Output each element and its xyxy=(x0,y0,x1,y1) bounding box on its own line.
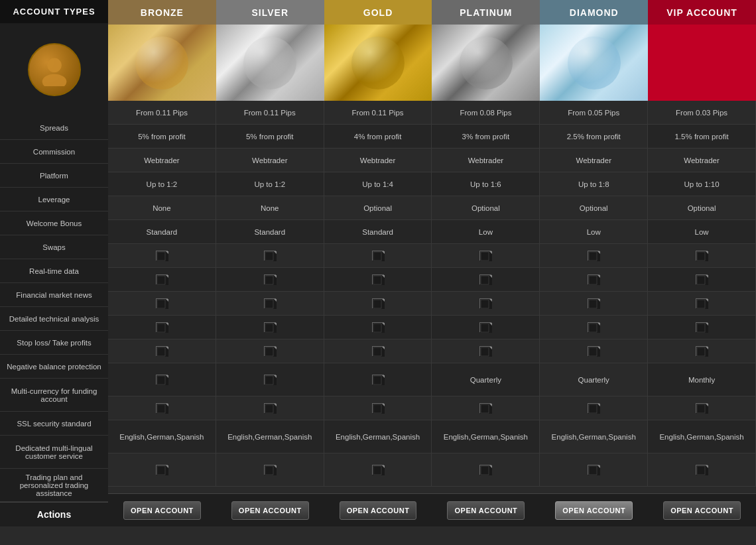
svg-rect-14 xyxy=(588,251,600,261)
svg-rect-74 xyxy=(157,347,168,357)
data-cell-diamond-5: Low xyxy=(540,220,648,244)
avatar xyxy=(28,43,81,96)
sidebar-row: Stop loss/ Take profits xyxy=(0,331,108,355)
data-cell-vip-8 xyxy=(648,292,756,316)
data-cell-gold-0: From 0.11 Pips xyxy=(324,101,432,125)
data-cell-platinum-2: Webtrader xyxy=(432,149,540,172)
data-cell-vip-6 xyxy=(648,244,756,268)
svg-rect-29 xyxy=(480,275,492,285)
check-icon xyxy=(588,322,599,332)
data-cell-diamond-7 xyxy=(540,268,648,292)
check-icon xyxy=(588,251,599,261)
data-cell-gold-8 xyxy=(324,292,432,316)
svg-rect-113 xyxy=(588,404,600,414)
svg-rect-92 xyxy=(157,375,168,385)
data-cell-diamond-9 xyxy=(540,316,648,339)
svg-rect-71 xyxy=(696,323,708,333)
svg-rect-5 xyxy=(265,251,277,261)
data-cell-bronze-5: Standard xyxy=(108,220,216,244)
data-cell-silver-8 xyxy=(216,292,324,316)
data-cell-diamond-12 xyxy=(540,396,648,420)
svg-rect-17 xyxy=(696,251,708,261)
check-icon xyxy=(588,298,599,308)
data-row: NoneNoneOptionalOptionalOptionalOptional xyxy=(108,196,756,220)
open-account-button-gold[interactable]: OPEN ACCOUNT xyxy=(340,501,417,520)
data-cell-silver-1: 5% from profit xyxy=(216,125,324,149)
svg-rect-98 xyxy=(373,375,385,385)
data-cell-platinum-6 xyxy=(432,244,540,268)
check-icon xyxy=(696,298,708,308)
sidebar-rows: SpreadsCommissionPlatformLeverageWelcome… xyxy=(0,116,108,502)
data-cell-platinum-4: Optional xyxy=(432,196,540,220)
svg-rect-8 xyxy=(373,251,385,261)
svg-rect-83 xyxy=(480,347,492,357)
sidebar-row: Spreads xyxy=(0,116,108,140)
data-cell-diamond-8 xyxy=(540,292,648,316)
check-icon xyxy=(372,403,384,413)
data-cell-diamond-1: 2.5% from profit xyxy=(540,125,648,149)
data-row xyxy=(108,244,756,268)
data-cell-gold-4: Optional xyxy=(324,196,432,220)
data-cell-gold-1: 4% from profit xyxy=(324,125,432,149)
svg-rect-35 xyxy=(696,275,708,285)
data-rows: From 0.11 PipsFrom 0.11 PipsFrom 0.11 Pi… xyxy=(108,101,756,493)
data-cell-bronze-7 xyxy=(108,268,216,292)
col-header-platinum: PLATINUM xyxy=(432,0,540,25)
data-cell-platinum-10 xyxy=(432,339,540,363)
open-account-button-bronze[interactable]: OPEN ACCOUNT xyxy=(123,501,201,520)
data-cell-gold-5: Standard xyxy=(324,220,432,244)
data-cell-bronze-10 xyxy=(108,339,216,363)
check-icon xyxy=(156,375,168,385)
data-cell-diamond-2: Webtrader xyxy=(540,149,648,172)
check-icon xyxy=(372,465,384,475)
data-cell-bronze-6 xyxy=(108,244,216,268)
check-icon xyxy=(479,465,491,475)
data-cell-vip-3: Up to 1:10 xyxy=(648,172,756,196)
svg-rect-122 xyxy=(265,465,277,475)
open-account-button-silver[interactable]: OPEN ACCOUNT xyxy=(231,501,309,520)
check-icon xyxy=(372,346,384,356)
data-cell-bronze-14 xyxy=(108,454,216,487)
check-icon xyxy=(372,298,384,308)
data-cell-gold-6 xyxy=(324,244,432,268)
svg-rect-2 xyxy=(157,251,168,261)
svg-rect-101 xyxy=(157,404,168,414)
data-cell-silver-12 xyxy=(216,396,324,420)
col-header-bronze: BRONZE xyxy=(108,0,216,25)
open-account-button-diamond[interactable]: OPEN ACCOUNT xyxy=(555,501,633,520)
check-icon xyxy=(264,403,276,413)
svg-rect-116 xyxy=(696,404,708,414)
data-row xyxy=(108,292,756,316)
open-account-button-platinum[interactable]: OPEN ACCOUNT xyxy=(447,501,525,520)
data-cell-vip-9 xyxy=(648,316,756,339)
svg-rect-68 xyxy=(588,323,600,333)
check-icon xyxy=(479,298,491,308)
col-header-vip: VIP ACCOUNT xyxy=(648,0,756,25)
data-row: WebtraderWebtraderWebtraderWebtraderWebt… xyxy=(108,149,756,172)
check-icon xyxy=(264,375,276,385)
check-icon xyxy=(264,298,276,308)
svg-rect-95 xyxy=(265,375,277,385)
check-icon xyxy=(156,251,168,261)
data-cell-gold-9 xyxy=(324,316,432,339)
data-cell-vip-12 xyxy=(648,396,756,420)
open-account-button-vip[interactable]: OPEN ACCOUNT xyxy=(663,501,741,520)
col-header-silver: SILVER xyxy=(216,0,324,25)
svg-rect-53 xyxy=(696,299,708,309)
img-cell-platinum xyxy=(432,25,540,101)
sidebar-row: Platform xyxy=(0,164,108,188)
check-icon xyxy=(588,274,599,284)
data-cell-gold-12 xyxy=(324,396,432,420)
check-icon xyxy=(479,346,491,356)
svg-rect-23 xyxy=(265,275,277,285)
data-cell-silver-11 xyxy=(216,363,324,396)
data-cell-silver-9 xyxy=(216,316,324,339)
sidebar-row: Dedicated multi-lingual customer service xyxy=(0,436,108,469)
check-icon xyxy=(479,274,491,284)
data-cell-vip-13: English,German,Spanish xyxy=(648,420,756,454)
data-cell-platinum-12 xyxy=(432,396,540,420)
header-row: BRONZESILVERGOLDPLATINUMDIAMONDVIP ACCOU… xyxy=(108,0,756,25)
svg-rect-104 xyxy=(265,404,277,414)
data-row xyxy=(108,268,756,292)
check-icon xyxy=(372,322,384,332)
